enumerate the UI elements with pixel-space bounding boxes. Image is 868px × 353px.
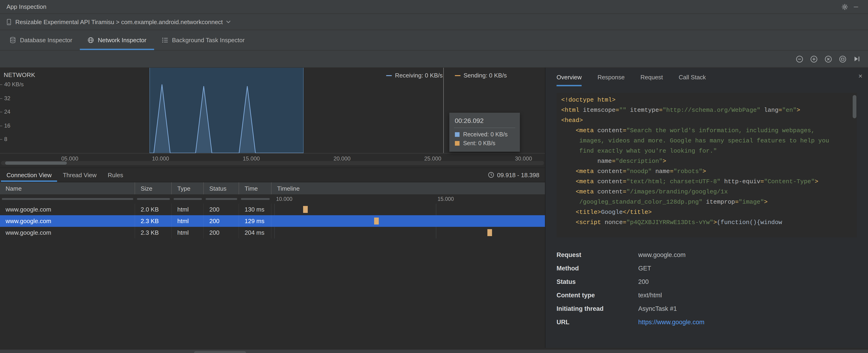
code-line: <!doctype html> bbox=[561, 95, 849, 105]
inspector-tab-bar: Database Inspector Network Inspector Bac… bbox=[0, 30, 868, 51]
column-grip bbox=[241, 198, 270, 200]
panel-title: App Inspection bbox=[6, 3, 46, 10]
tab-call-stack[interactable]: Call Stack bbox=[679, 68, 706, 86]
tab-overview[interactable]: Overview bbox=[557, 68, 582, 86]
connection-row[interactable]: www.google.com 2.3 KB html 200 204 ms bbox=[0, 227, 545, 238]
tab-connection-view[interactable]: Connection View bbox=[1, 168, 57, 182]
settings-gear-icon[interactable] bbox=[839, 1, 850, 12]
code-line: name="description"> bbox=[561, 156, 849, 166]
detail-value-status: 200 bbox=[638, 278, 857, 285]
reset-zoom-button[interactable] bbox=[823, 53, 834, 64]
connection-row[interactable]: www.google.com 2.0 KB html 200 130 ms bbox=[0, 204, 545, 215]
cell-status: 200 bbox=[204, 204, 239, 215]
code-line: images, videos and more. Google has many… bbox=[561, 136, 849, 146]
col-header-name[interactable]: Name bbox=[0, 182, 135, 194]
selection-time-range: 09.918 - 18.398 bbox=[488, 171, 539, 179]
network-chart[interactable]: NETWORK Receiving: 0 KB/s Sending: 0 KB/… bbox=[0, 68, 545, 167]
toolwindow-services[interactable]: Services bbox=[346, 351, 382, 353]
clock-icon bbox=[488, 172, 494, 178]
y-axis-tick bbox=[0, 126, 2, 126]
toolwindow-terminal[interactable]: Terminal bbox=[156, 351, 193, 353]
code-scrollbar-thumb[interactable] bbox=[853, 95, 857, 118]
cell-name: www.google.com bbox=[0, 215, 135, 227]
toolwindow-profiler[interactable]: Profiler bbox=[412, 351, 445, 353]
detail-value-method: GET bbox=[638, 265, 857, 272]
cell-name: www.google.com bbox=[0, 227, 135, 238]
connections-rows: www.google.com 2.0 KB html 200 130 ms ww… bbox=[0, 204, 545, 238]
col-header-type[interactable]: Type bbox=[172, 182, 204, 194]
cell-type: html bbox=[172, 227, 204, 238]
y-axis-label: 24 bbox=[4, 108, 10, 115]
code-line: <meta content="/images/branding/googleg/… bbox=[561, 187, 849, 197]
go-live-button[interactable] bbox=[851, 53, 862, 64]
sending-swatch bbox=[455, 75, 460, 76]
cell-name: www.google.com bbox=[0, 204, 135, 215]
tab-response[interactable]: Response bbox=[597, 68, 624, 86]
col-header-timeline[interactable]: Timeline bbox=[272, 182, 545, 194]
code-line: <meta content="noodp" name="robots"> bbox=[561, 166, 849, 177]
connections-tab-bar: Connection View Thread View Rules 09.918… bbox=[0, 168, 545, 182]
chevron-down-icon[interactable] bbox=[226, 21, 231, 23]
timeline-ruler: 10.00015.000 bbox=[0, 195, 545, 204]
column-grip bbox=[2, 198, 133, 200]
y-axis-tick bbox=[0, 112, 2, 112]
tab-request[interactable]: Request bbox=[640, 68, 663, 86]
cell-type: html bbox=[172, 215, 204, 227]
detail-value-content-type: text/html bbox=[638, 292, 857, 299]
detail-label-content-type: Content type bbox=[557, 292, 638, 299]
toolwindow-app-inspection[interactable]: App Inspection bbox=[194, 351, 246, 353]
zoom-in-button[interactable] bbox=[808, 53, 819, 64]
detail-label-url: URL bbox=[557, 319, 638, 326]
y-axis-label: 32 bbox=[4, 95, 10, 101]
legend-label: Sending: 0 KB/s bbox=[463, 72, 507, 79]
chart-h-scrollbar[interactable] bbox=[1, 161, 544, 165]
tooltip-time: 00:26.092 bbox=[455, 117, 514, 124]
zoom-out-button[interactable] bbox=[794, 53, 805, 64]
app-inspection-window: App Inspection ─ Resizable Experimental … bbox=[0, 0, 868, 353]
toolwindow-logcat[interactable]: Logcat bbox=[247, 351, 279, 353]
hide-panel-icon[interactable]: ─ bbox=[850, 1, 862, 12]
tab-network-inspector[interactable]: Network Inspector bbox=[80, 30, 154, 50]
toolwindow-todo[interactable]: TODO bbox=[85, 351, 116, 353]
request-timeline-block[interactable] bbox=[487, 229, 492, 236]
detail-value-request: www.google.com bbox=[638, 251, 857, 258]
chart-title: NETWORK bbox=[4, 71, 35, 78]
request-timeline-block[interactable] bbox=[303, 206, 308, 213]
tab-thread-view[interactable]: Thread View bbox=[57, 168, 102, 182]
chart-h-scrollbar-thumb[interactable] bbox=[5, 161, 67, 165]
close-icon[interactable]: × bbox=[858, 72, 862, 79]
tab-label: Background Task Inspector bbox=[172, 37, 245, 43]
tab-database-inspector[interactable]: Database Inspector bbox=[2, 30, 80, 50]
connections-table-header: Name Size Type Status Time Timeline bbox=[0, 182, 545, 195]
code-line: find exactly what you're looking for." bbox=[561, 146, 849, 156]
code-scrollbar[interactable] bbox=[853, 94, 857, 236]
cell-size: 2.3 KB bbox=[135, 227, 172, 238]
col-header-time[interactable]: Time bbox=[239, 182, 272, 194]
code-line: /googleg_standard_color_128dp.png" itemp… bbox=[561, 197, 849, 207]
bottom-items: Version ControlRunTODOProblemsTerminalAp… bbox=[4, 351, 445, 353]
y-axis-label: 16 bbox=[4, 123, 10, 129]
connection-row[interactable]: www.google.com 2.3 KB html 200 129 ms bbox=[0, 215, 545, 227]
toolwindow-problems[interactable]: Problems bbox=[117, 351, 155, 353]
toolwindow-build[interactable]: Build bbox=[383, 351, 411, 353]
request-timeline-block[interactable] bbox=[374, 218, 379, 225]
toolwindow-app-quality-insights[interactable]: App Quality Insights bbox=[280, 351, 345, 353]
tab-rules[interactable]: Rules bbox=[102, 168, 129, 182]
zoom-to-selection-button[interactable] bbox=[837, 53, 848, 64]
connection-detail-pane: Overview Response Request Call Stack × <… bbox=[546, 68, 868, 348]
connections-panel: Connection View Thread View Rules 09.918… bbox=[0, 167, 545, 348]
tab-background-task-inspector[interactable]: Background Task Inspector bbox=[154, 30, 252, 50]
process-selector[interactable]: Resizable Experimental API Tiramisu > co… bbox=[15, 18, 223, 25]
cell-status: 200 bbox=[204, 215, 239, 227]
time-range-label: 09.918 - 18.398 bbox=[497, 171, 539, 179]
response-code-viewer[interactable]: <!doctype html><html itemscope="" itemty… bbox=[557, 93, 857, 237]
column-grip bbox=[206, 198, 237, 200]
toolwindow-version-control[interactable]: Version Control bbox=[4, 351, 57, 353]
tooltip-sent: Sent: 0 KB/s bbox=[463, 140, 495, 147]
url-link[interactable]: https://www.google.com bbox=[638, 319, 857, 326]
col-header-size[interactable]: Size bbox=[135, 182, 172, 194]
network-globe-icon bbox=[87, 37, 94, 43]
zoom-toolbar bbox=[0, 51, 868, 68]
col-header-status[interactable]: Status bbox=[204, 182, 239, 194]
toolwindow-run[interactable]: Run bbox=[58, 351, 84, 353]
